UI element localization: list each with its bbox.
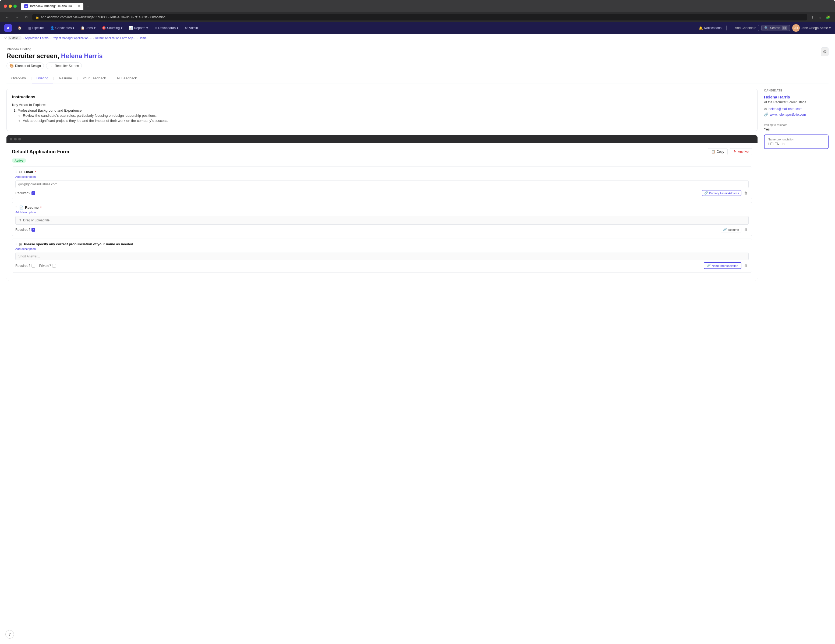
- user-menu[interactable]: JO Jane Ortega Acme ▾: [792, 24, 831, 32]
- lock-icon: 🔒: [36, 16, 39, 19]
- address-bar[interactable]: 🔒 app.ashbyhq.com/interview-briefings/11…: [32, 14, 807, 20]
- relocate-value: Yes: [764, 127, 829, 131]
- resume-link-button[interactable]: 🔗 Resume: [721, 227, 741, 233]
- user-name: Jane Ortega: [801, 26, 819, 30]
- back-button[interactable]: ←: [4, 15, 11, 20]
- nav-item-admin[interactable]: ⚙ Admin: [182, 25, 201, 31]
- breadcrumb-sep-1: ›: [23, 36, 24, 39]
- extensions-icon[interactable]: 🧩: [825, 14, 831, 20]
- breadcrumb-default-form[interactable]: Default Application Form App...: [95, 36, 136, 39]
- candidate-email-link[interactable]: ✉ helena@mailinator.com: [764, 107, 829, 111]
- undo-icon: ↺: [4, 36, 7, 39]
- nav-item-jobs[interactable]: 📋 Jobs ▾: [78, 25, 98, 31]
- minimize-button[interactable]: [9, 5, 12, 8]
- name-pronunciation-link-button[interactable]: 🔗 Name pronunciation: [704, 262, 741, 269]
- name-pron-required-checkbox[interactable]: [31, 264, 35, 268]
- email-link-button[interactable]: 🔗 Primary Email Address: [702, 190, 741, 196]
- relocate-label: Willing to relocate: [764, 123, 829, 127]
- main-panel: Instructions Key Areas to Explore: Profe…: [6, 89, 757, 281]
- page-header: Interview Briefing Recruiter screen, Hel…: [6, 47, 829, 69]
- email-input-preview[interactable]: [15, 181, 749, 188]
- browser-tab[interactable]: A Interview Briefing: Helena Ha... ✕: [21, 3, 83, 10]
- email-field-label: Email: [24, 170, 33, 174]
- search-bar[interactable]: 🔍 Search ⌘K: [761, 25, 790, 31]
- archive-button[interactable]: 🗄 Archive: [730, 148, 752, 155]
- content-layout: Instructions Key Areas to Explore: Profe…: [6, 89, 829, 281]
- nav-item-sourcing[interactable]: 🎯 Sourcing ▾: [99, 25, 125, 31]
- drag-handle-resume[interactable]: ⠿: [15, 206, 18, 209]
- new-tab-button[interactable]: +: [87, 4, 89, 9]
- nav-notifications[interactable]: 🔔 Notifications: [696, 25, 724, 31]
- key-areas-label: Key Areas to Explore:: [12, 103, 752, 107]
- upload-label: Drag or upload file...: [23, 218, 52, 222]
- email-field-header: ⠿ ✉ Email *: [15, 170, 749, 174]
- address-bar-row: ← → ↺ 🔒 app.ashbyhq.com/interview-briefi…: [0, 12, 835, 22]
- link-chain-icon: 🔗: [764, 112, 768, 117]
- close-tab-icon[interactable]: ✕: [78, 5, 80, 8]
- drag-handle-name-pron[interactable]: ⠿: [15, 242, 18, 246]
- drag-handle-email[interactable]: ⠿: [15, 170, 18, 174]
- reports-label: Reports: [134, 26, 145, 30]
- bookmark-icon[interactable]: ☆: [817, 14, 823, 20]
- breadcrumb-application-forms[interactable]: Application Forms: [25, 36, 49, 39]
- breadcrumb-sep-3: ›: [93, 36, 94, 39]
- instructions-card: Instructions Key Areas to Explore: Profe…: [6, 89, 757, 131]
- nav-item-reports[interactable]: 📊 Reports ▾: [126, 25, 151, 31]
- name-pron-add-description[interactable]: Add description: [15, 247, 749, 250]
- stage-name: Recruiter Screen: [773, 100, 798, 104]
- tab-overview[interactable]: Overview: [6, 73, 31, 83]
- search-label: Search: [770, 26, 780, 30]
- resume-delete-button[interactable]: 🗑: [743, 227, 749, 232]
- breadcrumb-project-manager[interactable]: Project Manager Application ...: [52, 36, 92, 39]
- user-chevron: ▾: [829, 26, 831, 30]
- name-pron-private-checkbox[interactable]: [52, 264, 56, 268]
- name-pron-input-preview[interactable]: Short Answer...: [15, 253, 749, 260]
- resume-field-footer: Required? ✓ 🔗 Resume 🗑: [15, 227, 749, 233]
- search-icon: 🔍: [764, 26, 768, 30]
- resume-upload-area[interactable]: ⬆ Drag or upload file...: [15, 216, 749, 224]
- nav-item-pipeline[interactable]: ▥ Pipeline: [26, 25, 47, 31]
- nav-item-home[interactable]: 🏠: [15, 25, 24, 31]
- name-pron-link-icon: 🔗: [707, 264, 711, 267]
- breadcrumb-sep-4: ›: [136, 36, 138, 39]
- resume-required-checkbox[interactable]: ✓: [31, 228, 35, 232]
- breadcrumb-home[interactable]: Home: [138, 36, 146, 39]
- tab-all-feedback[interactable]: All Feedback: [112, 73, 141, 83]
- nav-item-candidates[interactable]: 👤 Candidates ▾: [48, 25, 77, 31]
- share-icon[interactable]: ⬆: [810, 14, 815, 20]
- pipeline-icon: ▥: [28, 26, 31, 30]
- dashboards-icon: ⊞: [154, 26, 157, 30]
- form-content: Default Application Form 📋 Copy 🗄 Archiv…: [6, 143, 757, 281]
- forward-button[interactable]: →: [13, 15, 20, 20]
- copy-button[interactable]: 📋 Copy: [708, 148, 728, 155]
- app-navbar: A 🏠 ▥ Pipeline 👤 Candidates ▾ 📋 Jobs ▾ 🎯…: [0, 22, 835, 34]
- resume-type-icon: 📄: [19, 205, 23, 210]
- jobs-icon: 📋: [81, 26, 85, 30]
- name-pron-delete-button[interactable]: 🗑: [743, 263, 749, 268]
- tab-briefing[interactable]: Briefing: [32, 73, 53, 83]
- email-add-description[interactable]: Add description: [15, 175, 749, 178]
- name-pron-footer-right: 🔗 Name pronunciation 🗑: [704, 262, 749, 269]
- email-required-checkbox[interactable]: ✓: [31, 191, 35, 195]
- nav-item-dashboards[interactable]: ⊞ Dashboards ▾: [152, 25, 181, 31]
- email-delete-button[interactable]: 🗑: [743, 190, 749, 195]
- breadcrumb-more-toggle[interactable]: 5 More...: [8, 36, 21, 39]
- settings-button[interactable]: ⚙: [821, 47, 829, 56]
- reload-button[interactable]: ↺: [23, 15, 29, 20]
- window-dot-1: [10, 138, 12, 140]
- tab-resume[interactable]: Resume: [54, 73, 77, 83]
- resume-add-description[interactable]: Add description: [15, 211, 749, 214]
- add-candidate-button[interactable]: + + Add Candidate: [726, 25, 759, 31]
- candidate-name-link[interactable]: Helena Harris: [764, 95, 829, 99]
- bullet-2: Ask about significant projects they led …: [23, 119, 752, 123]
- breadcrumb-more[interactable]: 5 More...: [8, 36, 21, 40]
- help-button[interactable]: ?: [5, 630, 14, 639]
- tab-your-feedback[interactable]: Your Feedback: [78, 73, 111, 83]
- form-header: Default Application Form 📋 Copy 🗄 Archiv…: [12, 148, 752, 155]
- resume-link-label: Resume: [728, 228, 739, 231]
- close-button[interactable]: [4, 5, 7, 8]
- maximize-button[interactable]: [13, 5, 17, 8]
- user-org: Acme: [820, 26, 828, 30]
- candidate-website-link[interactable]: 🔗 www.helenaportfolio.com: [764, 112, 829, 117]
- dashboards-label: Dashboards: [158, 26, 175, 30]
